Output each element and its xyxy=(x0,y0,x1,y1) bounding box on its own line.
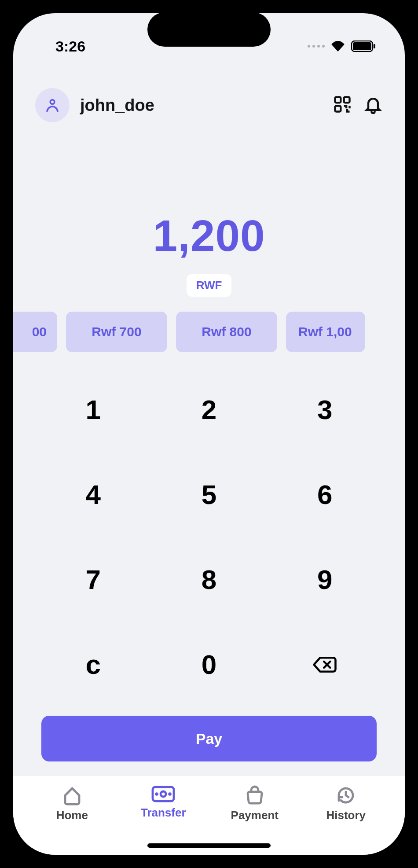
cellular-dots-icon xyxy=(308,45,325,48)
svg-point-10 xyxy=(169,794,171,795)
currency-pill[interactable]: RWF xyxy=(187,274,232,297)
wifi-icon xyxy=(331,41,345,51)
device-frame: 3:26 john_doe xyxy=(0,0,418,868)
battery-icon xyxy=(351,40,376,52)
tab-transfer-label: Transfer xyxy=(141,806,186,820)
svg-rect-2 xyxy=(374,44,375,48)
svg-rect-5 xyxy=(344,97,350,103)
home-indicator[interactable] xyxy=(147,843,271,848)
key-5[interactable]: 5 xyxy=(151,452,267,537)
svg-rect-6 xyxy=(335,106,341,112)
svg-point-9 xyxy=(156,794,158,795)
money-icon xyxy=(151,785,176,803)
svg-point-3 xyxy=(50,100,55,104)
username: john_doe xyxy=(80,96,154,115)
screen: 3:26 john_doe xyxy=(13,13,405,855)
amount-value: 1,200 xyxy=(13,210,405,261)
tab-payment-label: Payment xyxy=(231,809,279,822)
key-3[interactable]: 3 xyxy=(267,367,383,452)
key-backspace[interactable] xyxy=(267,622,383,707)
key-9[interactable]: 9 xyxy=(267,537,383,622)
key-6[interactable]: 6 xyxy=(267,452,383,537)
app-header: john_doe xyxy=(13,62,405,122)
amount-presets[interactable]: 00 Rwf 700 Rwf 800 Rwf 1,00 xyxy=(13,312,405,352)
keypad: 1 2 3 4 5 6 7 8 9 c 0 xyxy=(13,367,405,707)
tab-history-label: History xyxy=(326,809,366,822)
svg-rect-1 xyxy=(353,42,371,50)
qr-icon[interactable] xyxy=(333,95,352,116)
tab-home-label: Home xyxy=(56,809,88,822)
bell-icon[interactable] xyxy=(363,95,383,116)
device-notch xyxy=(147,12,271,47)
svg-rect-4 xyxy=(335,97,341,103)
bag-icon xyxy=(244,785,265,806)
preset-button[interactable]: Rwf 800 xyxy=(176,312,277,352)
key-1[interactable]: 1 xyxy=(35,367,151,452)
preset-button[interactable]: Rwf 1,00 xyxy=(286,312,365,352)
amount-area: 1,200 RWF xyxy=(13,210,405,297)
preset-button[interactable]: 00 xyxy=(13,312,57,352)
backspace-icon xyxy=(312,655,337,674)
tab-history[interactable]: History xyxy=(301,785,392,855)
pay-button[interactable]: Pay xyxy=(41,716,377,761)
avatar[interactable] xyxy=(35,88,70,122)
status-time: 3:26 xyxy=(55,38,85,55)
svg-point-8 xyxy=(161,791,166,797)
pay-row: Pay xyxy=(13,707,405,776)
user-icon xyxy=(44,97,60,113)
key-0[interactable]: 0 xyxy=(151,622,267,707)
history-icon xyxy=(335,785,356,806)
key-2[interactable]: 2 xyxy=(151,367,267,452)
status-right xyxy=(308,40,376,52)
key-7[interactable]: 7 xyxy=(35,537,151,622)
key-4[interactable]: 4 xyxy=(35,452,151,537)
tab-bar: Home Transfer Payment History xyxy=(13,776,405,855)
tab-home[interactable]: Home xyxy=(26,785,118,855)
home-icon xyxy=(62,785,83,806)
key-8[interactable]: 8 xyxy=(151,537,267,622)
key-clear[interactable]: c xyxy=(35,622,151,707)
preset-button[interactable]: Rwf 700 xyxy=(66,312,167,352)
